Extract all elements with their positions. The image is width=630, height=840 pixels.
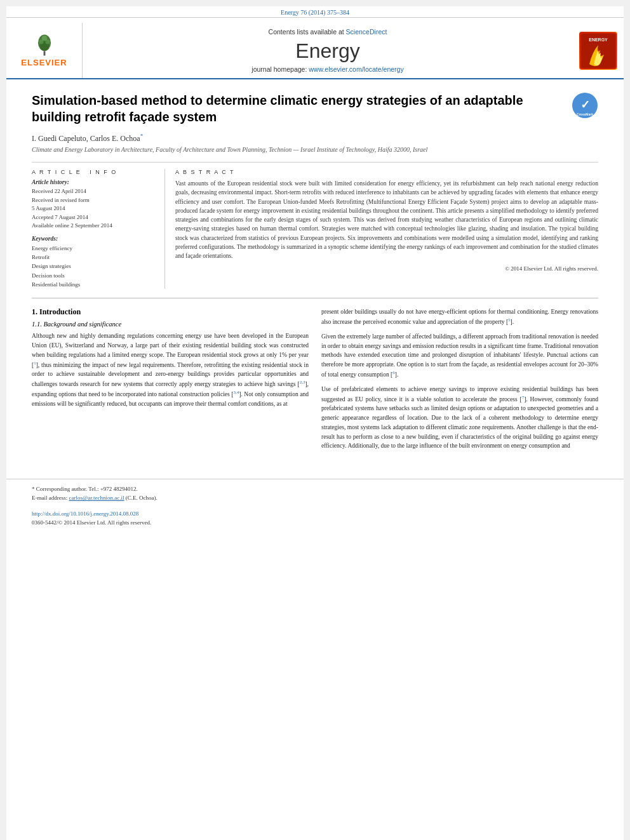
article-info-abstract: A R T I C L E I N F O Article history: R… (32, 162, 598, 289)
right-paragraph-2: Given the extremely large number of affe… (321, 332, 598, 380)
journal-name-display: Energy (295, 39, 359, 63)
homepage-link[interactable]: www.elsevier.com/locate/energy (309, 65, 403, 73)
journal-right: ENERGY (573, 23, 624, 78)
right-paragraph-3: Use of prefabricated elements to achieve… (321, 385, 598, 451)
left-col: A R T I C L E I N F O Article history: R… (32, 169, 165, 289)
journal-citation: Energy 76 (2014) 375–384 (281, 9, 349, 16)
page: Energy 76 (2014) 375–384 ELSEVIER Conten… (6, 6, 624, 840)
sub-heading: 1.1. Background and significance (32, 321, 309, 328)
journal-center: Contents lists available at ScienceDirec… (83, 23, 573, 78)
intro-paragraph-1: Although new and highly demanding regula… (32, 331, 309, 408)
keyword-energy-efficiency: Energy efficiency (32, 244, 154, 253)
svg-text:✓: ✓ (580, 98, 590, 111)
right-col: A B S T R A C T Vast amounts of the Euro… (165, 169, 598, 289)
article-info-heading: A R T I C L E I N F O (32, 169, 154, 175)
elsevier-logo: ELSEVIER (6, 23, 83, 78)
article-history-label: Article history: (32, 179, 154, 185)
keyword-retrofit: Retrofit (32, 253, 154, 262)
affiliation: Climate and Energy Laboratory in Archite… (32, 146, 598, 153)
keyword-decision-tools: Decision tools (32, 271, 154, 280)
contents-line: Contents lists available at ScienceDirec… (269, 28, 387, 36)
elsevier-text: ELSEVIER (21, 58, 67, 67)
journal-bar: Energy 76 (2014) 375–384 (6, 6, 624, 18)
section-divider (32, 298, 598, 298)
sciencedirect-link[interactable]: ScienceDirect (346, 28, 387, 36)
copyright-line: © 2014 Elsevier Ltd. All rights reserved… (175, 265, 598, 272)
abstract-heading: A B S T R A C T (175, 169, 598, 175)
svg-text:CrossMark: CrossMark (577, 112, 593, 116)
corresponding-author-note: * Corresponding author. Tel.: +972 48294… (32, 484, 598, 493)
keywords-label: Keywords: (32, 236, 154, 242)
svg-rect-0 (43, 51, 45, 55)
article-title-text: Simulation-based method to determine cli… (32, 92, 572, 125)
energy-journal-icon: ENERGY (579, 32, 617, 70)
main-left-col: 1. Introduction 1.1. Background and sign… (32, 307, 309, 456)
elsevier-tree-icon (35, 34, 54, 57)
email-link[interactable]: carlos@ar.technion.ac.il (69, 495, 124, 501)
main-right-col: present older buildings usually do not h… (321, 307, 598, 456)
crossmark-icon[interactable]: ✓ CrossMark (572, 92, 598, 119)
article-title-row: Simulation-based method to determine cli… (32, 92, 598, 125)
svg-text:ENERGY: ENERGY (589, 37, 608, 42)
doi-link[interactable]: http://dx.doi.org/10.1016/j.energy.2014.… (32, 510, 138, 517)
keyword-design-strategies: Design strategies (32, 262, 154, 270)
article-history-text: Received 22 April 2014 Received in revis… (32, 187, 154, 230)
article-body: Simulation-based method to determine cli… (6, 79, 624, 469)
homepage-line: journal homepage: www.elsevier.com/locat… (251, 65, 403, 73)
intro-heading: 1. Introduction (32, 307, 309, 317)
journal-header: ELSEVIER Contents lists available at Sci… (6, 18, 624, 79)
abstract-text: Vast amounts of the European residential… (175, 179, 598, 260)
right-paragraph-1: present older buildings usually do not h… (321, 307, 598, 327)
issn-line: 0360-5442/© 2014 Elsevier Ltd. All right… (32, 519, 598, 526)
email-note: E-mail address: carlos@ar.technion.ac.il… (32, 493, 598, 502)
main-content: 1. Introduction 1.1. Background and sign… (32, 307, 598, 456)
authors: I. Guedi Capeluto, Carlos E. Ochoa* (32, 133, 598, 143)
footer-section: * Corresponding author. Tel.: +972 48294… (6, 479, 624, 526)
svg-point-5 (41, 36, 47, 41)
keyword-residential: Residential buildings (32, 280, 154, 289)
